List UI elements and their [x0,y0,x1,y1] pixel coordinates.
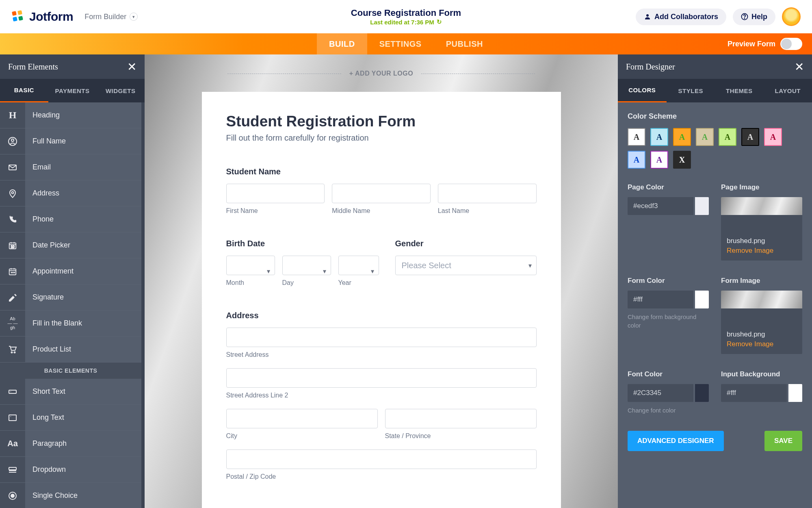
save-button[interactable]: SAVE [764,431,802,451]
right-tab-layout[interactable]: LAYOUT [764,79,812,102]
person-icon [644,13,651,20]
element-dropdown[interactable]: Dropdown [0,457,141,483]
elements-list[interactable]: H Heading Full Name Email Address [0,102,141,508]
last-edited: Last edited at 7:36 PM ↻ [351,18,461,26]
form-image-label: Form Image [721,277,802,285]
element-heading[interactable]: H Heading [0,102,141,128]
day-select[interactable] [282,256,331,275]
add-logo-button[interactable]: + ADD YOUR LOGO [349,70,413,77]
add-collaborators-button[interactable]: Add Collaborators [636,9,726,25]
right-tab-themes[interactable]: THEMES [715,79,764,102]
swatch-pink[interactable]: A [764,128,782,146]
form-subheading[interactable]: Fill out the form carefully for registra… [226,133,537,143]
close-icon[interactable]: ✕ [127,60,136,74]
font-color-label: Font Color [628,370,709,378]
swatch-white[interactable]: A [628,128,645,146]
right-tab-styles[interactable]: STYLES [667,79,715,102]
topbar-actions: Add Collaborators Help [636,7,801,26]
tab-build[interactable]: BUILD [317,33,367,54]
history-icon[interactable]: ↻ [437,18,442,26]
page-color-label: Page Color [628,183,709,191]
logo[interactable]: Jotform [11,10,73,24]
left-tab-widgets[interactable]: WIDGETS [96,79,145,102]
element-email[interactable]: Email [0,154,141,180]
email-icon [0,154,25,180]
element-phone[interactable]: Phone [0,206,141,232]
city-input[interactable] [226,409,378,428]
swatch-purple[interactable]: A [650,151,668,169]
gender-field[interactable]: Gender Please Select ▾ [395,239,537,287]
form-color-input[interactable]: #fff [628,291,693,308]
element-paragraph[interactable]: Aa Paragraph [0,431,141,457]
remove-form-image[interactable]: Remove Image [727,340,797,348]
user-avatar[interactable] [782,7,801,26]
left-panel-title: Form Elements [8,62,58,72]
swatch-dark[interactable]: A [741,128,759,146]
month-select[interactable] [226,256,275,275]
address-field[interactable]: Address Street Address Street Address Li… [226,311,537,480]
gender-select[interactable] [395,256,537,275]
element-datepicker[interactable]: 10 Date Picker [0,232,141,258]
element-fillblank[interactable]: Ab― ―gh Fill in the Blank [0,310,141,336]
page-image-preview[interactable] [721,197,802,215]
middle-name-input[interactable] [332,184,431,203]
close-icon[interactable]: ✕ [795,60,804,74]
remove-page-image[interactable]: Remove Image [727,247,797,255]
element-shorttext[interactable]: Short Text [0,379,141,405]
swatch-tan[interactable]: A [696,128,714,146]
font-color-chip[interactable] [695,384,709,402]
element-productlist[interactable]: Product List [0,336,141,363]
input-bg-input[interactable]: #fff [721,384,787,402]
first-name-input[interactable] [226,184,325,203]
left-tab-payments[interactable]: PAYMENTS [48,79,97,102]
main-tabs-bar: BUILD SETTINGS PUBLISH Preview Form [0,33,812,54]
chevron-down-icon: ▾ [130,13,138,21]
form-builder-dropdown[interactable]: Form Builder ▾ [84,13,138,21]
swatch-lightblue[interactable]: A [650,128,668,146]
last-name-input[interactable] [438,184,537,203]
student-name-field[interactable]: Student Name First Name Middle Name Last… [226,167,537,215]
help-button[interactable]: Help [733,9,775,25]
tab-settings[interactable]: SETTINGS [367,33,434,54]
street-input[interactable] [226,328,537,347]
calendar-icon: 10 [0,232,25,258]
birth-date-field[interactable]: Birth Date ▾Month ▾Day ▾Year [226,239,379,287]
element-fullname[interactable]: Full Name [0,128,141,154]
swatch-green[interactable]: A [719,128,736,146]
form-heading[interactable]: Student Registration Form [226,113,537,130]
preview-form-toggle[interactable] [780,38,802,50]
basic-elements-header: BASIC ELEMENTS [0,363,141,379]
location-icon [0,180,25,206]
page-color-input[interactable]: #ecedf3 [628,197,693,215]
font-color-input[interactable]: #2C3345 [628,384,693,402]
element-appointment[interactable]: Appointment [0,258,141,284]
right-panel: Form Designer ✕ COLORS STYLES THEMES LAY… [618,54,812,508]
scrollbar[interactable] [141,102,145,508]
advanced-designer-button[interactable]: ADVANCED DESIGNER [628,431,724,451]
right-tab-colors[interactable]: COLORS [618,79,667,102]
input-bg-chip[interactable] [788,384,802,402]
color-scheme-label: Color Scheme [628,112,802,121]
element-singlechoice[interactable]: Single Choice [0,483,141,508]
form-canvas[interactable]: + ADD YOUR LOGO Student Registration For… [145,54,618,508]
dropdown-icon [0,457,25,482]
shorttext-icon [0,379,25,404]
element-signature[interactable]: Signature [0,284,141,310]
topbar: Jotform Form Builder ▾ Course Registrati… [0,0,812,33]
tab-publish[interactable]: PUBLISH [434,33,495,54]
element-longtext[interactable]: Long Text [0,405,141,431]
swatch-orange[interactable]: A [673,128,691,146]
street2-input[interactable] [226,368,537,388]
element-address[interactable]: Address [0,180,141,206]
form-builder-label: Form Builder [84,13,126,21]
form-image-preview[interactable] [721,291,802,308]
swatch-blue[interactable]: A [628,151,645,169]
state-input[interactable] [385,409,537,428]
swatch-custom[interactable]: X [673,151,691,169]
year-select[interactable] [338,256,379,275]
left-tab-basic[interactable]: BASIC [0,79,48,102]
page-color-chip[interactable] [695,197,709,215]
font-color-hint: Change font color [628,406,709,415]
postal-input[interactable] [226,449,537,469]
form-color-chip[interactable] [695,291,709,308]
